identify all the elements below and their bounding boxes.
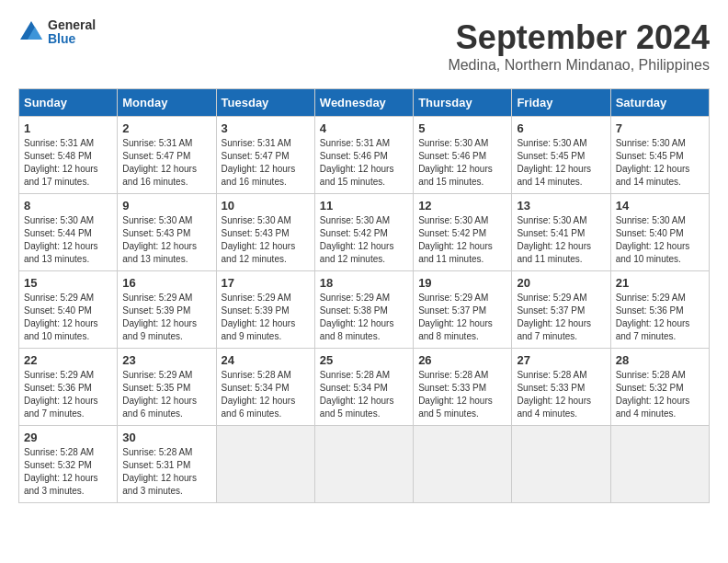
calendar-cell: 28 Sunrise: 5:28 AM Sunset: 5:32 PM Dayl… [610, 349, 709, 426]
day-detail: Sunrise: 5:29 AM Sunset: 5:39 PM Dayligh… [122, 292, 210, 343]
day-detail: Sunrise: 5:28 AM Sunset: 5:33 PM Dayligh… [517, 369, 605, 420]
day-detail: Sunrise: 5:29 AM Sunset: 5:37 PM Dayligh… [418, 292, 506, 343]
day-number: 8 [24, 199, 112, 213]
calendar-header-row: SundayMondayTuesdayWednesdayThursdayFrid… [19, 89, 710, 117]
day-detail: Sunrise: 5:29 AM Sunset: 5:35 PM Dayligh… [122, 369, 210, 420]
day-number: 15 [24, 276, 112, 290]
day-number: 25 [320, 353, 408, 367]
day-number: 1 [24, 121, 112, 135]
day-number: 26 [418, 353, 506, 367]
day-detail: Sunrise: 5:30 AM Sunset: 5:40 PM Dayligh… [616, 214, 704, 266]
day-number: 3 [222, 121, 310, 135]
logo-blue-text: Blue [48, 32, 96, 46]
day-detail: Sunrise: 5:30 AM Sunset: 5:43 PM Dayligh… [222, 214, 310, 266]
logo-icon [18, 19, 44, 45]
day-number: 22 [24, 353, 112, 367]
header-cell-monday: Monday [118, 89, 216, 117]
calendar-cell: 17 Sunrise: 5:29 AM Sunset: 5:39 PM Dayl… [216, 271, 314, 349]
location-title: Medina, Northern Mindanao, Philippines [448, 57, 710, 74]
calendar-cell: 10 Sunrise: 5:30 AM Sunset: 5:43 PM Dayl… [216, 194, 314, 271]
day-detail: Sunrise: 5:29 AM Sunset: 5:36 PM Dayligh… [24, 369, 112, 420]
day-number: 10 [222, 199, 310, 213]
day-detail: Sunrise: 5:29 AM Sunset: 5:37 PM Dayligh… [517, 292, 605, 343]
calendar-cell [610, 426, 709, 503]
day-number: 6 [517, 121, 605, 135]
day-detail: Sunrise: 5:30 AM Sunset: 5:45 PM Dayligh… [616, 137, 704, 189]
logo-general-text: General [48, 18, 96, 32]
logo-text: General Blue [48, 18, 96, 47]
calendar-cell [512, 426, 610, 503]
calendar-cell: 14 Sunrise: 5:30 AM Sunset: 5:40 PM Dayl… [610, 194, 709, 271]
calendar-cell: 24 Sunrise: 5:28 AM Sunset: 5:34 PM Dayl… [216, 349, 314, 426]
day-number: 13 [517, 199, 605, 213]
month-title: September 2024 [448, 18, 710, 57]
day-number: 30 [122, 431, 210, 444]
calendar-cell: 27 Sunrise: 5:28 AM Sunset: 5:33 PM Dayl… [512, 349, 610, 426]
day-number: 27 [517, 353, 605, 367]
calendar-cell: 8 Sunrise: 5:30 AM Sunset: 5:44 PM Dayli… [19, 194, 118, 271]
header-cell-sunday: Sunday [19, 89, 118, 117]
calendar-cell: 26 Sunrise: 5:28 AM Sunset: 5:33 PM Dayl… [414, 349, 512, 426]
day-detail: Sunrise: 5:30 AM Sunset: 5:44 PM Dayligh… [24, 214, 112, 266]
calendar-cell: 12 Sunrise: 5:30 AM Sunset: 5:42 PM Dayl… [414, 194, 512, 271]
calendar-week-0: 1 Sunrise: 5:31 AM Sunset: 5:48 PM Dayli… [19, 117, 710, 194]
calendar-cell: 7 Sunrise: 5:30 AM Sunset: 5:45 PM Dayli… [610, 117, 709, 194]
calendar-cell: 13 Sunrise: 5:30 AM Sunset: 5:41 PM Dayl… [512, 194, 610, 271]
day-detail: Sunrise: 5:28 AM Sunset: 5:34 PM Dayligh… [222, 369, 310, 420]
day-number: 28 [616, 353, 704, 367]
day-detail: Sunrise: 5:31 AM Sunset: 5:46 PM Dayligh… [320, 137, 408, 189]
day-detail: Sunrise: 5:28 AM Sunset: 5:32 PM Dayligh… [616, 369, 704, 420]
calendar-cell: 22 Sunrise: 5:29 AM Sunset: 5:36 PM Dayl… [19, 349, 118, 426]
calendar-week-1: 8 Sunrise: 5:30 AM Sunset: 5:44 PM Dayli… [19, 194, 710, 271]
day-number: 7 [616, 121, 704, 135]
calendar-cell: 3 Sunrise: 5:31 AM Sunset: 5:47 PM Dayli… [216, 117, 314, 194]
day-number: 4 [320, 121, 408, 135]
day-detail: Sunrise: 5:30 AM Sunset: 5:41 PM Dayligh… [517, 214, 605, 266]
day-number: 11 [320, 199, 408, 213]
day-detail: Sunrise: 5:29 AM Sunset: 5:36 PM Dayligh… [616, 292, 704, 343]
day-number: 2 [122, 121, 210, 135]
calendar-cell [216, 426, 314, 503]
day-number: 17 [222, 276, 310, 290]
calendar-cell [314, 426, 413, 503]
day-detail: Sunrise: 5:28 AM Sunset: 5:31 PM Dayligh… [122, 446, 210, 498]
day-number: 29 [24, 431, 112, 444]
calendar-cell: 9 Sunrise: 5:30 AM Sunset: 5:43 PM Dayli… [118, 194, 216, 271]
calendar-table: SundayMondayTuesdayWednesdayThursdayFrid… [18, 88, 710, 503]
header: General Blue September 2024 Medina, Nort… [18, 18, 710, 74]
day-detail: Sunrise: 5:29 AM Sunset: 5:40 PM Dayligh… [24, 292, 112, 343]
day-detail: Sunrise: 5:31 AM Sunset: 5:47 PM Dayligh… [222, 137, 310, 189]
calendar-cell: 21 Sunrise: 5:29 AM Sunset: 5:36 PM Dayl… [610, 271, 709, 349]
calendar-week-2: 15 Sunrise: 5:29 AM Sunset: 5:40 PM Dayl… [19, 271, 710, 349]
day-number: 19 [418, 276, 506, 290]
title-section: September 2024 Medina, Northern Mindanao… [448, 18, 710, 74]
logo: General Blue [18, 18, 96, 47]
day-detail: Sunrise: 5:28 AM Sunset: 5:32 PM Dayligh… [24, 446, 112, 498]
calendar-cell: 18 Sunrise: 5:29 AM Sunset: 5:38 PM Dayl… [314, 271, 413, 349]
day-detail: Sunrise: 5:29 AM Sunset: 5:38 PM Dayligh… [320, 292, 408, 343]
day-detail: Sunrise: 5:28 AM Sunset: 5:33 PM Dayligh… [418, 369, 506, 420]
day-number: 12 [418, 199, 506, 213]
day-detail: Sunrise: 5:30 AM Sunset: 5:42 PM Dayligh… [418, 214, 506, 266]
day-detail: Sunrise: 5:28 AM Sunset: 5:34 PM Dayligh… [320, 369, 408, 420]
calendar-cell: 25 Sunrise: 5:28 AM Sunset: 5:34 PM Dayl… [314, 349, 413, 426]
header-cell-friday: Friday [512, 89, 610, 117]
header-cell-thursday: Thursday [414, 89, 512, 117]
header-cell-tuesday: Tuesday [216, 89, 314, 117]
day-number: 16 [122, 276, 210, 290]
calendar-cell: 15 Sunrise: 5:29 AM Sunset: 5:40 PM Dayl… [19, 271, 118, 349]
header-cell-saturday: Saturday [610, 89, 709, 117]
day-number: 23 [122, 353, 210, 367]
day-detail: Sunrise: 5:31 AM Sunset: 5:48 PM Dayligh… [24, 137, 112, 189]
day-number: 20 [517, 276, 605, 290]
calendar-cell: 4 Sunrise: 5:31 AM Sunset: 5:46 PM Dayli… [314, 117, 413, 194]
day-detail: Sunrise: 5:30 AM Sunset: 5:42 PM Dayligh… [320, 214, 408, 266]
calendar-cell: 23 Sunrise: 5:29 AM Sunset: 5:35 PM Dayl… [118, 349, 216, 426]
calendar-cell: 11 Sunrise: 5:30 AM Sunset: 5:42 PM Dayl… [314, 194, 413, 271]
day-number: 18 [320, 276, 408, 290]
calendar-cell: 5 Sunrise: 5:30 AM Sunset: 5:46 PM Dayli… [414, 117, 512, 194]
day-number: 5 [418, 121, 506, 135]
day-number: 14 [616, 199, 704, 213]
calendar-cell: 30 Sunrise: 5:28 AM Sunset: 5:31 PM Dayl… [118, 426, 216, 503]
calendar-cell: 16 Sunrise: 5:29 AM Sunset: 5:39 PM Dayl… [118, 271, 216, 349]
